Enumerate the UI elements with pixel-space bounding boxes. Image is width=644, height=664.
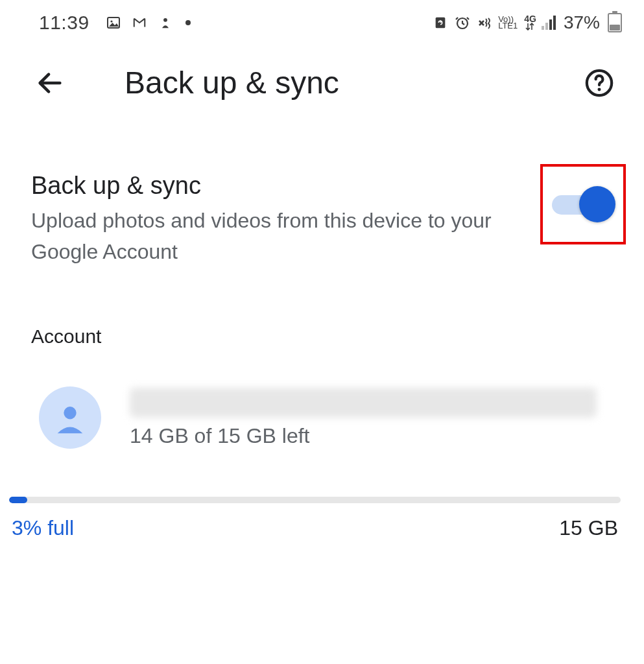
vibrate-icon xyxy=(476,16,493,30)
image-icon xyxy=(105,16,122,30)
storage-meter: 3% full 15 GB xyxy=(0,462,644,540)
svg-point-6 xyxy=(598,88,601,91)
storage-progress-bar xyxy=(9,497,621,503)
avatar xyxy=(39,386,101,449)
storage-labels: 3% full 15 GB xyxy=(9,503,621,540)
setting-description: Upload photos and videos from this devic… xyxy=(31,205,527,267)
svg-point-1 xyxy=(110,20,112,22)
page-title: Back up & sync xyxy=(125,65,582,101)
sync-icon xyxy=(432,16,449,30)
account-texts: 14 GB of 15 GB left xyxy=(130,388,613,448)
gmail-icon xyxy=(131,16,148,30)
setting-title: Back up & sync xyxy=(31,172,527,200)
back-button[interactable] xyxy=(32,65,67,101)
backup-sync-setting[interactable]: Back up & sync Upload photos and videos … xyxy=(0,120,644,293)
svg-rect-3 xyxy=(436,18,446,29)
toggle-highlight-box xyxy=(540,164,626,244)
volte-indicator: Vo)) LTE1 xyxy=(498,16,518,30)
backup-sync-toggle[interactable] xyxy=(552,186,614,222)
account-row[interactable]: 14 GB of 15 GB left xyxy=(0,361,644,462)
battery-percent: 37% xyxy=(564,12,600,33)
header: Back up & sync xyxy=(0,39,644,120)
alarm-icon xyxy=(454,16,471,30)
status-left: 11:39 xyxy=(39,12,191,34)
storage-progress-fill xyxy=(9,497,27,503)
person-icon xyxy=(157,16,174,30)
status-bar: 11:39 Vo)) LTE1 4G 37 xyxy=(0,0,644,39)
status-right: Vo)) LTE1 4G 37% xyxy=(432,12,622,33)
storage-total-label: 15 GB xyxy=(559,516,618,540)
help-button[interactable] xyxy=(582,65,617,101)
storage-percent-label: 3% full xyxy=(12,516,74,540)
volte-bottom: LTE1 xyxy=(498,23,518,29)
svg-point-7 xyxy=(64,407,76,419)
setting-text: Back up & sync Upload photos and videos … xyxy=(31,172,540,267)
status-time: 11:39 xyxy=(39,12,89,34)
more-notifications-dot xyxy=(185,20,191,25)
network-4g-label: 4G xyxy=(523,15,536,31)
svg-point-2 xyxy=(163,18,167,22)
account-email-redacted xyxy=(130,388,597,418)
account-section-label: Account xyxy=(0,293,644,361)
account-storage-text: 14 GB of 15 GB left xyxy=(130,424,613,448)
battery-icon xyxy=(608,13,622,32)
signal-icon xyxy=(542,16,556,30)
